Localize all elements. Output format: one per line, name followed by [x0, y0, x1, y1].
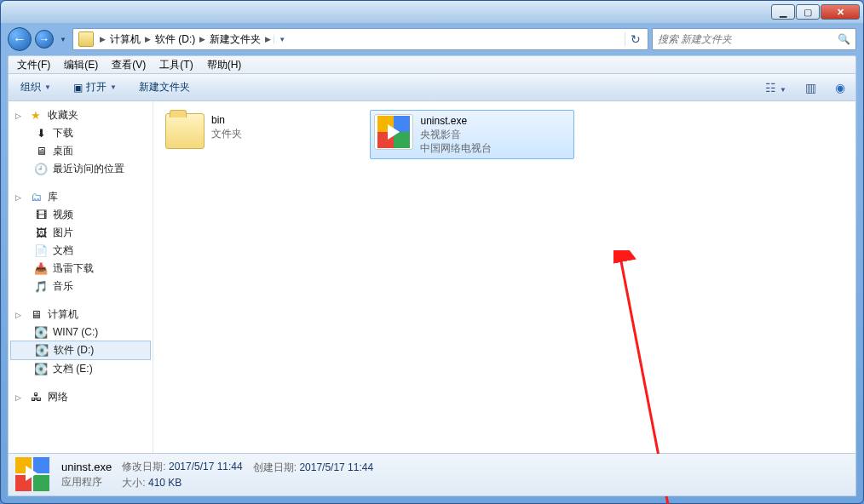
- disclosure-icon[interactable]: ▷: [15, 393, 24, 402]
- drive-icon: 💽: [34, 363, 48, 376]
- menu-bar: 文件(F) 编辑(E) 查看(V) 工具(T) 帮助(H): [8, 55, 856, 74]
- recent-icon: 🕘: [34, 163, 48, 176]
- sidebar-network-header[interactable]: ▷🖧网络: [9, 388, 153, 406]
- sidebar-item-label: 迅雷下载: [53, 261, 94, 276]
- menu-edit[interactable]: 编辑(E): [59, 56, 103, 74]
- chevron-down-icon: ▼: [110, 83, 117, 91]
- details-created-col: 创建日期: 2017/5/17 11:44: [253, 461, 373, 489]
- details-mdate: 2017/5/17 11:44: [169, 461, 243, 472]
- view-options-button[interactable]: ☷ ▼: [760, 78, 792, 97]
- sidebar-libraries-header[interactable]: ▷🗂库: [9, 188, 153, 206]
- sidebar-computer-header[interactable]: ▷🖥计算机: [9, 306, 153, 324]
- address-bar[interactable]: ▶ 计算机 ▶ 软件 (D:) ▶ 新建文件夹 ▶ ▼ ↻: [72, 28, 648, 50]
- close-button[interactable]: [821, 4, 860, 20]
- details-name-col: uninst.exe 应用程序: [61, 461, 112, 490]
- sidebar-item-drive-c[interactable]: 💽WIN7 (C:): [9, 324, 153, 341]
- minimize-button[interactable]: [771, 4, 795, 20]
- nav-forward-button[interactable]: →: [35, 30, 54, 49]
- details-size: 410 KB: [148, 477, 181, 489]
- chevron-down-icon: ▼: [44, 83, 51, 91]
- sidebar-item-recent[interactable]: 🕘最近访问的位置: [9, 160, 153, 178]
- sidebar-header-label: 收藏夹: [48, 108, 78, 123]
- preview-pane-button[interactable]: ▥: [800, 78, 821, 97]
- menu-tools[interactable]: 工具(T): [154, 56, 198, 74]
- details-file-name: uninst.exe: [61, 461, 112, 473]
- sidebar-item-desktop[interactable]: 🖥桌面: [9, 142, 153, 160]
- cbox-logo-icon: [377, 116, 410, 148]
- file-item-exe[interactable]: uninst.exe 央视影音 中国网络电视台: [370, 110, 574, 159]
- computer-icon: 🖥: [29, 308, 43, 322]
- new-folder-button[interactable]: 新建文件夹: [132, 77, 197, 97]
- document-icon: 📄: [34, 244, 48, 258]
- sidebar-item-drive-d[interactable]: 💽软件 (D:): [10, 341, 151, 360]
- file-name: uninst.exe: [420, 114, 492, 128]
- library-icon: 🗂: [29, 191, 43, 204]
- app-icon: [374, 114, 413, 150]
- file-company: 中国网络电视台: [420, 141, 492, 155]
- file-info: uninst.exe 央视影音 中国网络电视台: [420, 114, 492, 155]
- search-icon[interactable]: 🔍: [838, 33, 850, 45]
- folder-icon: [165, 113, 204, 149]
- breadcrumb-item[interactable]: 计算机: [108, 32, 142, 47]
- video-icon: 🎞: [34, 209, 48, 222]
- music-icon: 🎵: [34, 280, 48, 294]
- menu-view[interactable]: 查看(V): [107, 56, 151, 74]
- organize-label: 组织: [20, 80, 41, 94]
- address-dropdown[interactable]: ▼: [274, 36, 290, 43]
- open-button[interactable]: ▣打开▼: [66, 77, 124, 97]
- menu-file[interactable]: 文件(F): [12, 56, 55, 74]
- disclosure-icon[interactable]: ▷: [15, 311, 24, 319]
- help-button[interactable]: ◉: [830, 78, 850, 97]
- chevron-right-icon[interactable]: ▶: [97, 35, 108, 43]
- open-label: 打开: [86, 80, 107, 94]
- details-icon: [15, 457, 51, 493]
- explorer-window: ← → ▼ ▶ 计算机 ▶ 软件 (D:) ▶ 新建文件夹 ▶ ▼ ↻ 搜索 新…: [0, 0, 864, 504]
- sidebar-libraries-group: ▷🗂库 🎞视频 🖼图片 📄文档 📥迅雷下载 🎵音乐: [9, 188, 153, 295]
- sidebar-item-documents[interactable]: 📄文档: [9, 242, 153, 260]
- search-input[interactable]: 搜索 新建文件夹 🔍: [652, 28, 856, 50]
- breadcrumb-item[interactable]: 软件 (D:): [153, 32, 197, 47]
- sidebar-item-label: 软件 (D:): [54, 343, 94, 358]
- disclosure-icon[interactable]: ▷: [15, 112, 24, 120]
- sidebar-item-downloads[interactable]: ⬇下载: [9, 124, 153, 142]
- sidebar-header-label: 计算机: [48, 307, 78, 322]
- breadcrumb-item[interactable]: 新建文件夹: [208, 32, 262, 47]
- sidebar-item-videos[interactable]: 🎞视频: [9, 206, 153, 224]
- details-mdate-label: 修改日期:: [122, 461, 165, 472]
- file-item-folder[interactable]: bin 文件夹: [162, 110, 366, 152]
- file-description: 央视影音: [420, 128, 492, 141]
- chevron-right-icon[interactable]: ▶: [262, 35, 274, 43]
- download-icon: ⬇: [34, 127, 48, 140]
- titlebar[interactable]: [1, 1, 863, 23]
- sidebar-item-xunlei[interactable]: 📥迅雷下载: [9, 260, 153, 278]
- sidebar-item-drive-e[interactable]: 💽文档 (E:): [9, 360, 153, 378]
- nav-back-button[interactable]: ←: [8, 27, 32, 51]
- sidebar-header-label: 网络: [48, 390, 68, 404]
- chevron-right-icon[interactable]: ▶: [197, 35, 208, 43]
- menu-help[interactable]: 帮助(H): [202, 56, 247, 74]
- main-area: ▷★收藏夹 ⬇下载 🖥桌面 🕘最近访问的位置 ▷🗂库 🎞视频 🖼图片 📄文档 📥…: [8, 101, 856, 454]
- desktop-icon: 🖥: [34, 145, 48, 158]
- details-cdate-label: 创建日期:: [253, 461, 297, 473]
- sidebar-header-label: 库: [48, 190, 58, 204]
- disclosure-icon[interactable]: ▷: [15, 193, 24, 202]
- maximize-button[interactable]: [796, 4, 820, 20]
- sidebar-item-label: 文档: [53, 243, 73, 258]
- files-pane[interactable]: bin 文件夹 uninst.exe 央视影音 中国网络电视台: [153, 101, 855, 453]
- chevron-right-icon[interactable]: ▶: [142, 35, 153, 43]
- sidebar-item-pictures[interactable]: 🖼图片: [9, 224, 153, 242]
- navigation-pane[interactable]: ▷★收藏夹 ⬇下载 🖥桌面 🕘最近访问的位置 ▷🗂库 🎞视频 🖼图片 📄文档 📥…: [9, 101, 153, 453]
- download-icon: 📥: [34, 262, 48, 276]
- sidebar-item-label: 文档 (E:): [53, 362, 93, 376]
- details-file-type: 应用程序: [61, 475, 112, 490]
- nav-history-dropdown[interactable]: ▼: [57, 27, 69, 51]
- organize-button[interactable]: 组织▼: [14, 77, 58, 97]
- details-pane: uninst.exe 应用程序 修改日期: 2017/5/17 11:44 大小…: [8, 454, 856, 496]
- sidebar-item-label: 音乐: [53, 279, 73, 294]
- sidebar-item-music[interactable]: 🎵音乐: [9, 278, 153, 295]
- refresh-button[interactable]: ↻: [625, 32, 646, 46]
- details-size-label: 大小:: [122, 477, 145, 489]
- file-type: 文件夹: [211, 127, 242, 140]
- drive-icon: 💽: [34, 325, 48, 339]
- sidebar-favorites-header[interactable]: ▷★收藏夹: [9, 106, 153, 124]
